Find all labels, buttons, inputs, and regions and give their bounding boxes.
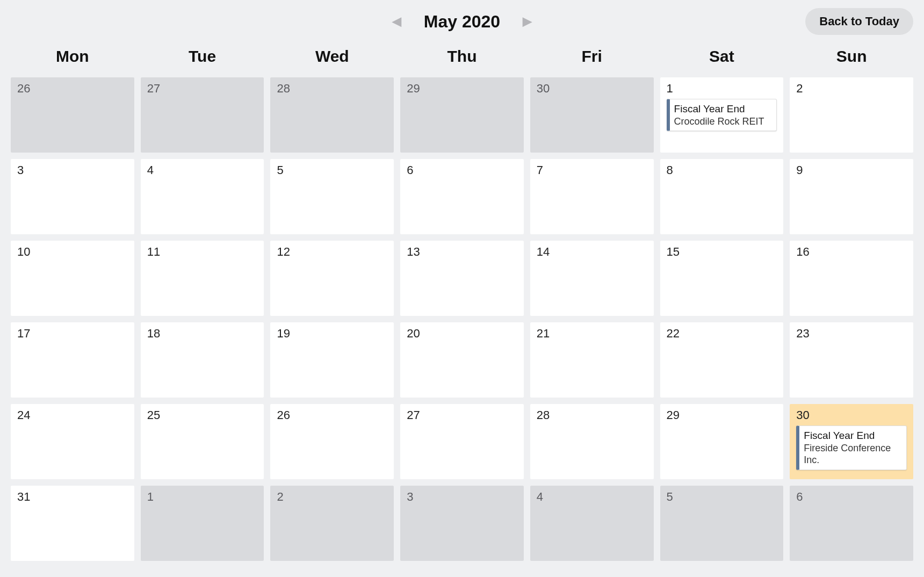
- day-number: 8: [667, 163, 777, 177]
- day-number: 11: [147, 245, 258, 259]
- dow-label: Sat: [660, 43, 784, 73]
- day-number: 27: [147, 82, 258, 96]
- day-number: 7: [537, 163, 647, 177]
- calendar-cell[interactable]: 31: [11, 486, 134, 561]
- calendar-cell[interactable]: 15: [660, 241, 784, 316]
- calendar-cell[interactable]: 29: [660, 404, 784, 479]
- day-number: 28: [537, 408, 647, 422]
- calendar-cell[interactable]: 6: [400, 159, 524, 234]
- day-number: 30: [537, 82, 647, 96]
- calendar-cell[interactable]: 4: [141, 159, 264, 234]
- calendar-cell[interactable]: 12: [270, 241, 394, 316]
- calendar-cell[interactable]: 6: [790, 486, 913, 561]
- calendar-cell[interactable]: 30: [530, 77, 654, 153]
- day-number: 28: [277, 82, 387, 96]
- calendar-header: ◀ May 2020 ▶ Back to Today: [11, 0, 913, 43]
- calendar-cell[interactable]: 28: [270, 77, 394, 153]
- day-number: 26: [277, 408, 387, 422]
- calendar-cell[interactable]: 11: [141, 241, 264, 316]
- month-title: May 2020: [424, 12, 500, 32]
- day-number: 25: [147, 408, 258, 422]
- day-number: 19: [277, 327, 387, 341]
- calendar-cell[interactable]: 16: [790, 241, 913, 316]
- calendar-cell[interactable]: 2: [270, 486, 394, 561]
- calendar-cell[interactable]: 14: [530, 241, 654, 316]
- dow-label: Tue: [141, 43, 264, 73]
- calendar-cell[interactable]: 25: [141, 404, 264, 479]
- day-number: 5: [277, 163, 387, 177]
- calendar-cell[interactable]: 18: [141, 322, 264, 398]
- day-number: 4: [147, 163, 258, 177]
- prev-month-icon[interactable]: ◀: [392, 15, 401, 28]
- day-number: 5: [667, 490, 777, 504]
- calendar-cell[interactable]: 8: [660, 159, 784, 234]
- calendar-cell[interactable]: 23: [790, 322, 913, 398]
- calendar-cell[interactable]: 1: [141, 486, 264, 561]
- day-number: 22: [667, 327, 777, 341]
- day-number: 13: [407, 245, 517, 259]
- calendar-grid: 26272829301Fiscal Year EndCrocodile Rock…: [11, 77, 913, 561]
- day-number: 2: [277, 490, 387, 504]
- day-number: 3: [17, 163, 128, 177]
- calendar-cell[interactable]: 4: [530, 486, 654, 561]
- day-number: 12: [277, 245, 387, 259]
- calendar-cell[interactable]: 22: [660, 322, 784, 398]
- day-number: 1: [147, 490, 258, 504]
- day-number: 20: [407, 327, 517, 341]
- dow-label: Fri: [530, 43, 654, 73]
- calendar-cell[interactable]: 30Fiscal Year EndFireside Conference Inc…: [790, 404, 913, 479]
- day-number: 24: [17, 408, 128, 422]
- calendar-event[interactable]: Fiscal Year EndFireside Conference Inc.: [796, 425, 907, 470]
- calendar-cell[interactable]: 2: [790, 77, 913, 153]
- calendar-cell[interactable]: 20: [400, 322, 524, 398]
- calendar-cell[interactable]: 19: [270, 322, 394, 398]
- day-number: 4: [537, 490, 647, 504]
- calendar-cell[interactable]: 5: [660, 486, 784, 561]
- day-number: 18: [147, 327, 258, 341]
- day-number: 15: [667, 245, 777, 259]
- day-number: 26: [17, 82, 128, 96]
- dow-label: Thu: [400, 43, 524, 73]
- calendar-cell[interactable]: 27: [400, 404, 524, 479]
- calendar-cell[interactable]: 28: [530, 404, 654, 479]
- dow-label: Mon: [11, 43, 134, 73]
- day-number: 14: [537, 245, 647, 259]
- day-number: 16: [796, 245, 907, 259]
- calendar-cell[interactable]: 3: [400, 486, 524, 561]
- calendar-cell[interactable]: 5: [270, 159, 394, 234]
- day-number: 23: [796, 327, 907, 341]
- next-month-icon[interactable]: ▶: [523, 15, 532, 28]
- day-number: 6: [796, 490, 907, 504]
- calendar-cell[interactable]: 13: [400, 241, 524, 316]
- day-number: 21: [537, 327, 647, 341]
- calendar-cell[interactable]: 26: [270, 404, 394, 479]
- event-subtitle: Fireside Conference Inc.: [804, 442, 902, 466]
- calendar-cell[interactable]: 24: [11, 404, 134, 479]
- day-number: 10: [17, 245, 128, 259]
- day-of-week-row: Mon Tue Wed Thu Fri Sat Sun: [11, 43, 913, 73]
- day-number: 29: [407, 82, 517, 96]
- day-number: 3: [407, 490, 517, 504]
- calendar-cell[interactable]: 3: [11, 159, 134, 234]
- calendar-cell[interactable]: 10: [11, 241, 134, 316]
- calendar-cell[interactable]: 1Fiscal Year EndCrocodile Rock REIT: [660, 77, 784, 153]
- day-number: 30: [796, 408, 907, 422]
- calendar-cell[interactable]: 29: [400, 77, 524, 153]
- calendar-cell[interactable]: 7: [530, 159, 654, 234]
- event-title: Fiscal Year End: [674, 103, 773, 116]
- back-to-today-button[interactable]: Back to Today: [805, 8, 913, 35]
- calendar-cell[interactable]: 26: [11, 77, 134, 153]
- dow-label: Wed: [270, 43, 394, 73]
- dow-label: Sun: [790, 43, 913, 73]
- day-number: 9: [796, 163, 907, 177]
- event-title: Fiscal Year End: [804, 429, 902, 442]
- calendar-cell[interactable]: 17: [11, 322, 134, 398]
- day-number: 17: [17, 327, 128, 341]
- calendar-cell[interactable]: 21: [530, 322, 654, 398]
- day-number: 2: [796, 82, 907, 96]
- day-number: 6: [407, 163, 517, 177]
- calendar-event[interactable]: Fiscal Year EndCrocodile Rock REIT: [667, 99, 777, 131]
- calendar-cell[interactable]: 9: [790, 159, 913, 234]
- calendar-cell[interactable]: 27: [141, 77, 264, 153]
- day-number: 1: [667, 82, 777, 96]
